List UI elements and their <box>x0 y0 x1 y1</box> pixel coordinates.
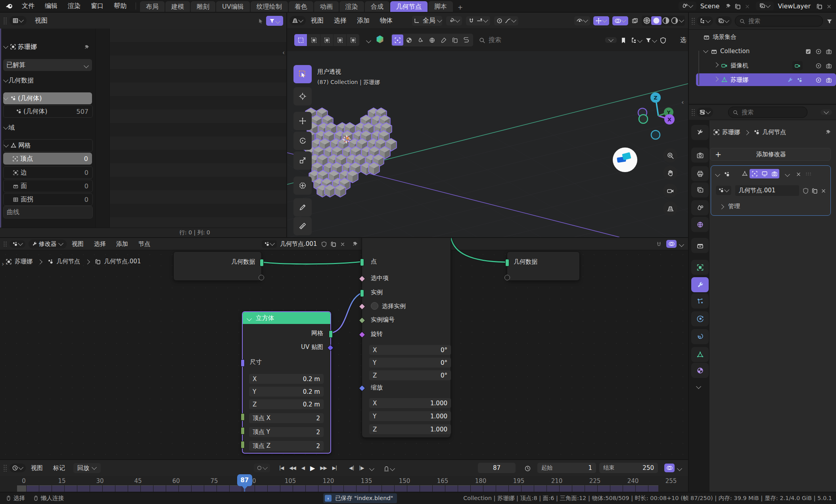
select-mode-extend[interactable] <box>307 34 320 46</box>
shading-rendered-icon[interactable] <box>670 16 679 25</box>
rotation-field-Z[interactable]: Z0° <box>369 370 451 380</box>
properties-tab-render[interactable] <box>691 148 709 163</box>
falloff-gradient-icon[interactable] <box>375 34 385 46</box>
grip-icon[interactable] <box>3 464 7 471</box>
viewport-toggle-droplet[interactable] <box>415 34 426 46</box>
sidebar-collapse[interactable]: ‹ <box>681 98 684 106</box>
properties-tab-output[interactable] <box>691 166 709 181</box>
editor-type-properties[interactable] <box>697 107 713 117</box>
toggle-xray[interactable] <box>631 17 639 25</box>
delete-scene-button[interactable] <box>744 2 750 10</box>
spreadsheet-sidebar-collapse[interactable]: ‹ <box>282 49 285 56</box>
toggle-eye[interactable] <box>815 48 822 55</box>
domain-row-面[interactable]: 面0 <box>3 180 93 192</box>
timeline-ruler[interactable]: 0153045607590105120135150165180195210225… <box>0 476 688 492</box>
use-preview-range[interactable] <box>524 464 531 472</box>
socket[interactable] <box>329 330 333 338</box>
add-workspace-tab[interactable]: + <box>454 2 467 12</box>
viewport-menu-1[interactable]: 选择 <box>329 17 352 25</box>
snapping[interactable] <box>466 16 490 25</box>
playback-jump-to-end[interactable]: ▶| <box>330 465 339 471</box>
nav-toggle-orthographic[interactable] <box>663 201 677 216</box>
workspace-tab-几何节点[interactable]: 几何节点 <box>390 1 428 12</box>
socket[interactable] <box>504 275 510 280</box>
outliner-sync-btn[interactable] <box>630 36 642 44</box>
toggle-checkbox[interactable] <box>805 48 811 55</box>
scene-name[interactable]: Scene <box>700 2 720 10</box>
topbar-menu-1[interactable]: 编辑 <box>40 2 63 10</box>
toolbar-rotate-tool[interactable] <box>293 132 312 150</box>
modifier-toggle-render[interactable] <box>769 169 779 178</box>
socket[interactable] <box>360 259 364 266</box>
workspace-tab-雕刻[interactable]: 雕刻 <box>191 1 215 12</box>
properties-options[interactable] <box>821 109 832 115</box>
frame-end-field[interactable]: 结束250 <box>599 463 658 473</box>
new-scene-button[interactable] <box>734 2 741 10</box>
scene-selector[interactable] <box>679 2 696 10</box>
cube-field-Y[interactable]: Y0.2 m <box>249 387 324 397</box>
properties-tab-object[interactable] <box>691 260 709 275</box>
toolbar-measure-tool[interactable] <box>293 217 312 235</box>
properties-tab-tool[interactable] <box>691 125 709 140</box>
properties-tab-scene[interactable] <box>691 200 709 215</box>
shading-solid[interactable] <box>651 16 662 25</box>
pin-id-button[interactable] <box>825 128 831 136</box>
breadcrumb-object[interactable]: 苏珊娜 <box>722 128 740 136</box>
cube-field-X[interactable]: X0.2 m <box>249 374 324 384</box>
spreadsheet-cursor-filter[interactable] <box>257 17 264 25</box>
scale-field-Y[interactable]: Y1.000 <box>369 411 451 421</box>
toolbar-move-tool[interactable] <box>293 112 312 130</box>
editor-type-timeline[interactable] <box>10 464 26 472</box>
spreadsheet-object-row[interactable]: 苏珊娜 <box>3 41 92 53</box>
toggle-camera[interactable] <box>826 48 832 55</box>
properties-tab-object-data[interactable] <box>691 347 709 362</box>
remove-viewlayer-button[interactable] <box>826 2 832 10</box>
viewport-menu-0[interactable]: 视图 <box>306 17 329 25</box>
outliner-row-苏珊娜[interactable]: 苏珊娜 <box>696 73 836 86</box>
show-gizmo[interactable] <box>593 16 609 25</box>
viewport-toggle-sphere-half[interactable] <box>403 34 415 46</box>
new-viewlayer-button[interactable] <box>816 2 823 10</box>
modifier-toggle-edit-mode[interactable] <box>740 169 750 178</box>
select-mode-invert[interactable] <box>334 34 346 46</box>
playhead[interactable]: 87 <box>237 474 252 486</box>
properties-tab-world[interactable] <box>691 217 709 232</box>
playback-menu[interactable]: 回放 <box>73 463 101 473</box>
playback-next-keyframe[interactable]: ▶▶ <box>317 465 329 471</box>
socket[interactable] <box>241 413 245 421</box>
outliner-filter[interactable] <box>826 17 833 25</box>
auto-keyframe-toggle[interactable] <box>383 464 395 472</box>
properties-tab-material[interactable] <box>691 363 709 378</box>
viewport-toggle-copy[interactable] <box>449 34 461 46</box>
editor-type-spreadsheet[interactable] <box>10 16 27 25</box>
mesh-section[interactable]: 网格 <box>3 139 93 152</box>
frame-start-field[interactable]: 起始1 <box>537 463 596 473</box>
viewport-menu-3[interactable]: 物体 <box>375 17 398 25</box>
prev-frame[interactable]: ◀| <box>347 465 357 471</box>
next-frame[interactable]: |▶ <box>357 465 366 471</box>
cube-field-顶点 Y[interactable]: 顶点 Y2 <box>249 427 324 437</box>
grip-icon[interactable] <box>691 17 695 25</box>
workspace-tab-脚本[interactable]: 脚本 <box>428 1 453 12</box>
node-cube[interactable]: 立方体网格UV 贴图尺寸X0.2 mY0.2 mZ0.2 m顶点 X2顶点 Y2… <box>242 311 331 454</box>
add-modifier-button[interactable]: +添加修改器 <box>710 148 831 161</box>
viewport-canvas[interactable]: ZYX用户透视(87) Collection | 苏珊娜‹ <box>287 51 688 237</box>
toolbar-transform-tool[interactable] <box>293 176 312 195</box>
shield-check-btn[interactable] <box>660 36 667 44</box>
cube-node-header[interactable]: 立方体 <box>243 312 330 324</box>
modifier-delete[interactable] <box>796 170 801 178</box>
spreadsheet-filter-toggle[interactable] <box>266 16 283 26</box>
curve-section[interactable]: 曲线 <box>3 206 93 218</box>
domain-row-顶点[interactable]: 顶点0 <box>3 153 92 165</box>
modifier-toggle-cage[interactable] <box>750 169 759 178</box>
topbar-menu-4[interactable]: 帮助 <box>109 2 132 10</box>
bookmark-icon-btn[interactable] <box>620 36 627 44</box>
viewlayer-selector[interactable] <box>756 2 774 10</box>
editor-type-viewport[interactable] <box>290 16 306 25</box>
toggle-eye[interactable] <box>815 76 822 84</box>
object-visibility[interactable] <box>574 16 590 25</box>
toolbar-cursor-tool[interactable] <box>293 87 312 105</box>
properties-tab-overflow[interactable] <box>696 382 701 390</box>
blender-logo-icon[interactable] <box>5 2 13 10</box>
scale-field-X[interactable]: X1.000 <box>369 398 451 408</box>
